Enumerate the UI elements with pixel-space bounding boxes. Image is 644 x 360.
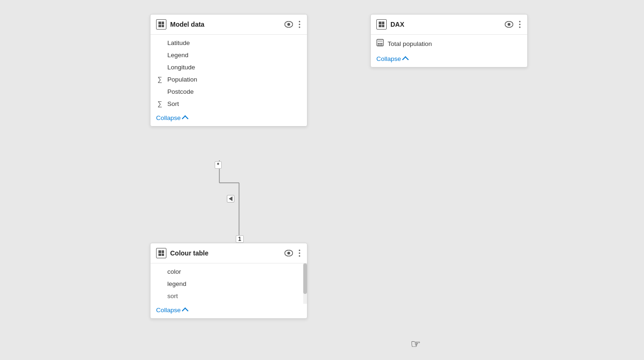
collapse-label: Collapse xyxy=(376,55,401,62)
dax-actions xyxy=(504,20,522,29)
scrollbar-thumb[interactable] xyxy=(303,263,307,294)
calc-icon xyxy=(376,39,384,48)
colour-table-card: Colour table xyxy=(150,243,307,319)
field-label: Longitude xyxy=(167,64,195,71)
chevron-up-icon xyxy=(402,56,408,63)
dax-collapse[interactable]: Collapse xyxy=(371,52,527,67)
model-data-collapse[interactable]: Collapse xyxy=(150,112,307,126)
svg-point-4 xyxy=(287,23,290,26)
model-data-more-button[interactable] xyxy=(298,20,301,29)
dax-table-icon xyxy=(376,19,387,30)
dax-rows: Total population xyxy=(371,35,527,52)
colour-table-collapse[interactable]: Collapse xyxy=(150,304,307,318)
connector-svg xyxy=(0,0,644,360)
colour-table-actions xyxy=(284,248,301,258)
table-row: ∑ Sort xyxy=(150,98,307,110)
svg-point-7 xyxy=(299,27,300,28)
field-label: color xyxy=(167,268,181,275)
scrollbar-track xyxy=(303,263,307,304)
table-row: ∑ Legend xyxy=(150,49,307,61)
field-label: legend xyxy=(167,280,187,287)
field-label: sort xyxy=(167,292,178,300)
sigma-icon: ∑ xyxy=(156,75,164,83)
table-row: ∑ color xyxy=(150,265,301,278)
colour-table-title: Colour table xyxy=(170,249,280,257)
chevron-up-icon xyxy=(181,115,188,122)
dax-title: DAX xyxy=(390,21,500,28)
cursor: ☞ xyxy=(411,338,421,351)
model-data-title: Model data xyxy=(170,21,280,28)
table-row: ∑ Latitude xyxy=(150,37,307,49)
colour-table-header: Colour table xyxy=(150,243,307,263)
model-data-rows: ∑ Latitude ∑ Legend ∑ Longitude ∑ Popula… xyxy=(150,35,307,112)
svg-point-10 xyxy=(519,21,521,22)
collapse-label: Collapse xyxy=(156,307,181,314)
svg-rect-14 xyxy=(378,40,382,42)
model-data-card: Model data xyxy=(150,14,307,127)
svg-rect-20 xyxy=(381,45,382,45)
field-label: Population xyxy=(167,76,197,83)
svg-point-22 xyxy=(287,252,290,255)
canvas: * 1 Model data xyxy=(0,0,644,360)
colour-table-rows: ∑ color ∑ legend ∑ sort xyxy=(150,263,301,304)
colour-table-table-icon xyxy=(156,248,166,258)
colour-table-more-button[interactable] xyxy=(298,248,301,258)
chevron-up-icon xyxy=(181,308,188,314)
svg-rect-15 xyxy=(378,43,379,44)
colour-table-eye-button[interactable] xyxy=(284,249,294,257)
collapse-label: Collapse xyxy=(156,114,181,121)
field-label: Latitude xyxy=(167,39,190,46)
arrow-left-icon xyxy=(229,196,232,201)
svg-point-24 xyxy=(299,253,300,254)
svg-point-11 xyxy=(519,24,521,25)
svg-rect-16 xyxy=(380,43,381,44)
cardinality-many: * xyxy=(215,161,222,169)
field-label: Postcode xyxy=(167,88,194,95)
field-label: Legend xyxy=(167,52,188,59)
svg-point-6 xyxy=(299,24,300,25)
svg-rect-19 xyxy=(380,45,381,45)
model-data-header: Model data xyxy=(150,15,307,35)
dax-header: DAX xyxy=(371,15,527,35)
table-row: ∑ sort xyxy=(150,290,301,302)
svg-point-5 xyxy=(299,21,300,22)
svg-point-25 xyxy=(299,255,300,257)
table-row: ∑ Postcode xyxy=(150,85,307,98)
svg-point-9 xyxy=(508,23,510,26)
table-row: ∑ Longitude xyxy=(150,61,307,73)
dax-eye-button[interactable] xyxy=(504,20,514,29)
dax-card: DAX xyxy=(370,14,528,68)
table-row: ∑ Population xyxy=(150,73,307,85)
table-row: ∑ legend xyxy=(150,278,301,290)
field-label: Total population xyxy=(388,40,432,47)
field-label: Sort xyxy=(167,100,179,107)
arrow-connector xyxy=(227,195,234,202)
cardinality-one: 1 xyxy=(236,235,244,243)
table-row: Total population xyxy=(371,37,527,51)
svg-rect-17 xyxy=(381,43,382,44)
svg-point-23 xyxy=(299,250,300,251)
model-data-table-icon xyxy=(156,19,166,30)
svg-rect-18 xyxy=(378,45,379,45)
model-data-actions xyxy=(284,20,301,29)
colour-table-rows-scroll: ∑ color ∑ legend ∑ sort xyxy=(150,263,307,304)
svg-point-12 xyxy=(519,27,521,28)
dax-more-button[interactable] xyxy=(518,20,522,29)
sigma-icon: ∑ xyxy=(156,100,164,107)
model-data-eye-button[interactable] xyxy=(284,20,294,29)
